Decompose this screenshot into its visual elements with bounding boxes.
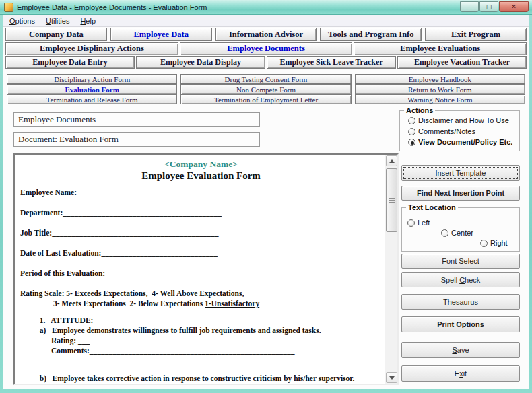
exit-button[interactable]: Exit xyxy=(401,365,520,382)
doc-field-period: Period of this Evaluation:______________… xyxy=(20,269,382,279)
tab-employee-evaluations[interactable]: Employee Evaluations xyxy=(354,42,527,55)
scroll-up-icon xyxy=(389,159,395,163)
document-viewer[interactable]: <Company Name> Employee Evaluation Form … xyxy=(13,153,399,385)
minimize-icon: — xyxy=(467,3,473,10)
doc-field-employee-name: Employee Name:__________________________… xyxy=(20,188,382,198)
app-icon xyxy=(4,3,13,12)
radio-icon xyxy=(408,128,415,135)
document-label: Document: Evaluation Form xyxy=(13,132,260,147)
nav-exit-program[interactable]: Exit Program xyxy=(425,28,527,41)
radio-icon xyxy=(407,219,415,227)
form-drug-testing-consent[interactable]: Drug Testing Consent Form xyxy=(180,74,351,84)
doc-item1a-text: a) Employee demonstrates willingness to … xyxy=(20,326,382,336)
client-area: Company Data Employee Data Information A… xyxy=(3,27,529,389)
nav-information-advisor[interactable]: Information Advisor xyxy=(215,28,317,41)
nav-employee-data[interactable]: Employee Data xyxy=(110,28,212,41)
radio-text-left[interactable]: Left xyxy=(407,219,430,227)
doc-item1a-comments-line2: ________________________________________… xyxy=(20,361,382,371)
maximize-icon: ▢ xyxy=(486,3,492,10)
form-termination-release[interactable]: Termination and Release Form xyxy=(7,94,177,104)
radio-icon xyxy=(408,117,415,124)
radio-checked-icon xyxy=(408,139,415,146)
doc-company-name: <Company Name> xyxy=(20,158,382,170)
doc-item1a-rating: Rating: ___ xyxy=(20,336,382,346)
radio-comments-notes[interactable]: Comments/Notes xyxy=(408,127,475,135)
radio-icon xyxy=(480,240,488,247)
actions-legend: Actions xyxy=(404,106,435,114)
form-evaluation[interactable]: Evaluation Form xyxy=(7,84,177,94)
document-scrollbar[interactable] xyxy=(385,155,397,384)
form-termination-employment-letter[interactable]: Termination of Employment Letter xyxy=(180,94,351,104)
insert-template-button[interactable]: Insert Template xyxy=(401,165,520,181)
title-bar: Employee Data - Employee Documents - Eva… xyxy=(0,0,532,15)
nav-company-data[interactable]: Company Data xyxy=(5,28,107,41)
doc-field-job-title: Job Title:______________________________… xyxy=(20,228,382,238)
scroll-up-button[interactable] xyxy=(386,155,397,166)
doc-item1b-text: b) Employee takes corrective action in r… xyxy=(20,373,382,384)
radio-view-document[interactable]: View Document/Policy Etc. xyxy=(408,138,512,146)
doc-field-department: Department:_____________________________… xyxy=(20,208,382,218)
menu-help[interactable]: Help xyxy=(75,16,101,26)
tab-employee-data-entry[interactable]: Employee Data Entry xyxy=(5,56,135,69)
menu-options[interactable]: Options xyxy=(4,16,40,26)
scrollbar-thumb[interactable] xyxy=(386,168,397,232)
document-content: <Company Name> Employee Evaluation Form … xyxy=(15,155,385,384)
tertiary-nav: Employee Data Entry Employee Data Displa… xyxy=(5,56,527,69)
text-location-group: Text Location Left Center Right xyxy=(401,207,520,252)
close-icon: ✕ xyxy=(511,3,517,10)
spell-check-button[interactable]: Spell Check xyxy=(401,272,520,287)
tab-employee-data-display[interactable]: Employee Data Display xyxy=(136,56,265,69)
tab-employee-vacation-tracker[interactable]: Employee Vacation Tracker xyxy=(397,56,527,69)
tab-employee-sick-leave-tracker[interactable]: Employee Sick Leave Tracker xyxy=(267,56,396,69)
doc-item1a-comments: Comments:_______________________________… xyxy=(20,346,382,356)
window-title: Employee Data - Employee Documents - Eva… xyxy=(17,3,207,11)
font-select-button[interactable]: Font Select xyxy=(401,254,520,269)
form-return-to-work[interactable]: Return to Work Form xyxy=(355,84,525,94)
doc-title: Employee Evaluation Form xyxy=(20,170,382,182)
menu-utilities[interactable]: Utilities xyxy=(40,16,75,26)
radio-icon xyxy=(441,229,448,237)
scroll-down-button[interactable] xyxy=(386,372,397,383)
scroll-down-icon xyxy=(389,376,395,380)
actions-group: Actions Disclaimer and How To Use Commen… xyxy=(399,110,520,151)
print-options-button[interactable]: Print Options xyxy=(401,316,520,332)
radio-disclaimer[interactable]: Disclaimer and How To Use xyxy=(408,116,509,124)
doc-rating-scale-2: 3- Meets Expectations 2- Below Expectati… xyxy=(20,299,382,309)
doc-field-last-evaluation: Date of Last Evaluation:________________… xyxy=(20,248,382,258)
find-next-insertion-point-button[interactable]: Find Next Insertion Point xyxy=(401,186,520,201)
text-location-legend: Text Location xyxy=(406,203,458,211)
window-controls: — ▢ ✕ xyxy=(460,1,529,12)
doc-item1-heading: 1. ATTITUDE: xyxy=(20,316,382,326)
scrollbar-grip-icon xyxy=(389,198,395,203)
form-warning-notice[interactable]: Warning Notice Form xyxy=(355,94,525,104)
document-form-grid: Disciplinary Action Form Drug Testing Co… xyxy=(7,74,525,104)
minimize-button[interactable]: — xyxy=(460,1,479,12)
save-button[interactable]: Save xyxy=(401,342,520,358)
tab-employee-documents[interactable]: Employee Documents xyxy=(180,42,353,55)
tab-employee-disciplinary-actions[interactable]: Employee Displinary Actions xyxy=(5,42,178,55)
form-non-compete[interactable]: Non Compete Form xyxy=(180,84,351,94)
radio-text-right[interactable]: Right xyxy=(480,239,508,247)
form-disciplinary-action[interactable]: Disciplinary Action Form xyxy=(7,74,177,84)
primary-nav: Company Data Employee Data Information A… xyxy=(5,28,527,41)
form-employee-handbook[interactable]: Employee Handbook xyxy=(355,74,525,84)
radio-text-center[interactable]: Center xyxy=(441,229,473,237)
maximize-button[interactable]: ▢ xyxy=(479,1,498,12)
section-label: Employee Documents xyxy=(13,112,260,127)
doc-rating-scale-1: Rating Scale: 5- Exceeds Expectations, 4… xyxy=(20,289,382,299)
menu-bar: Options Utilities Help xyxy=(3,15,529,27)
app-window: Employee Data - Employee Documents - Eva… xyxy=(0,0,532,393)
thesaurus-button[interactable]: Thesaurus xyxy=(401,294,520,310)
secondary-nav: Employee Displinary Actions Employee Doc… xyxy=(5,42,527,55)
close-button[interactable]: ✕ xyxy=(499,1,529,12)
nav-tools-program-info[interactable]: Tools and Program Info xyxy=(320,28,422,41)
